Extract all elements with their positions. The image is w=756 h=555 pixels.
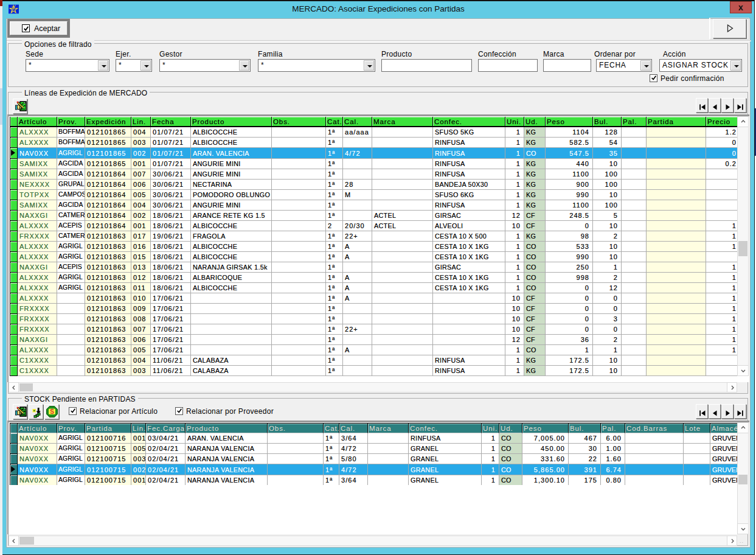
svg-text:S: S [50,408,54,415]
